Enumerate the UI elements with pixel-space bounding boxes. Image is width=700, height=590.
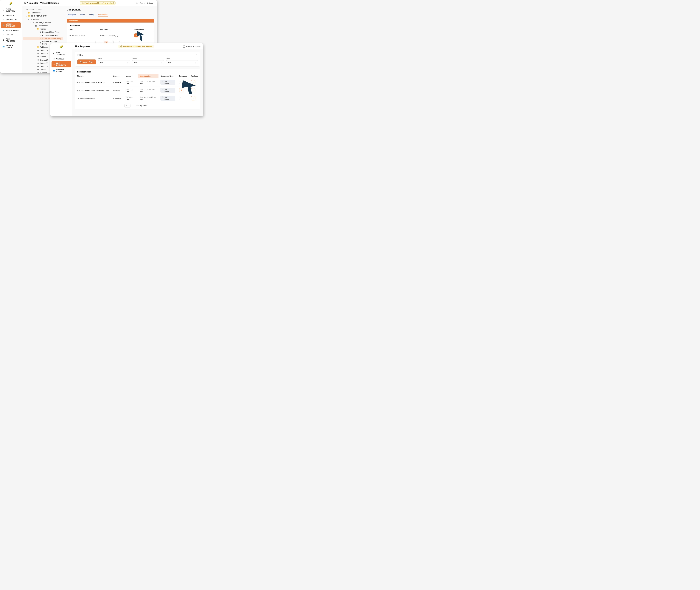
folder-icon: 📁 [37,46,39,48]
nav-fleet-overview[interactable]: ↖FLEET OVERVIEW [52,51,71,57]
cell-vessel: M/Y Sea Star [124,78,138,86]
folder-icon: 📁 [28,12,30,14]
cell-navigate: ↗ [189,94,200,102]
tree-toggle-icon[interactable]: › [34,46,36,48]
cell-download: ╱ [177,78,189,86]
apply-filter-button[interactable]: 🔍Apply Filter [77,60,96,64]
nav-vessel-database[interactable]: ⚓VESSEL DATABASE [1,22,21,28]
col-filename[interactable]: File Name↑↓ [98,28,132,32]
cell-vessel: MY Sea Star [124,94,138,102]
tree-toggle-icon[interactable]: ⌄ [28,18,29,20]
collapse-icon[interactable]: ⌃ [196,54,198,57]
tab-tasks[interactable]: Tasks [80,13,85,17]
cell-vessel: M/Y Sea Star [124,86,138,94]
page-title: MY Sea Star - Vessel Database [24,2,59,4]
nav-label: VESSEL DATABASE [6,23,19,27]
filter-state: State Any [98,58,130,64]
nav-history[interactable]: ↺HISTORY [1,33,21,37]
user-badge: Roman Hryhoriev [160,96,175,101]
gear-icon: ⚙ [39,34,41,36]
tree-row[interactable]: ⚙STB Chainlocker Pump [23,37,63,40]
nav-manage-users[interactable]: 👥MANAGE USERS [1,43,21,50]
tree-row[interactable]: ⌄⊞0010 Bilge System [23,21,63,24]
tree-toggle-icon[interactable]: ⌄ [25,15,27,17]
tree-row[interactable]: ›📁_Shipbuilder [23,11,63,14]
col-last-update[interactable]: Last Update↑ [138,74,159,78]
comp-icon: ▦ [35,25,37,27]
navigate-button[interactable]: ↗ [191,80,195,84]
navigate-button[interactable]: ↗ [191,88,195,92]
page-next[interactable]: › [149,105,151,107]
tree-row[interactable]: ⌄📁00 EXAMPLE DATA [23,14,63,18]
tree-toggle-icon[interactable]: › [25,12,27,14]
tree-row[interactable]: ⌄📁Pumps [23,27,63,30]
tree-row[interactable]: ⌄▦Components [23,24,63,27]
user-chip[interactable]: ○Roman Hryhoriev [137,2,154,4]
avatar-icon: ○ [183,45,185,48]
avatar-icon: ○ [137,2,139,4]
section-header: Documents [67,19,154,22]
wrench-icon: 🔧 [3,29,5,31]
nav-vessels[interactable]: ⛴VESSELS⌄ [1,13,21,18]
filter-user: User Any [166,58,198,64]
preview-badge: !Preview version! Not a final product! [118,45,154,48]
content-panel: Filter ⌃ 🔍Apply Filter State Any Vessel … [72,50,203,116]
nav-file-requests[interactable]: ⬇FILE REQUESTS [1,37,21,43]
col-requested-by[interactable]: Requested By↑↓ [159,74,177,78]
tree-toggle-icon[interactable]: ⌄ [34,28,36,30]
cell-download: ⬇ [177,86,189,94]
navigate-button[interactable]: ↗ [191,96,195,100]
tab-history[interactable]: History [88,13,95,17]
tab-documents[interactable]: Documents [98,13,108,17]
documents-table: Name↑↓ File Name↑↓ Request File cat with… [67,28,154,39]
tree-row[interactable]: ⌄⛴Vessel Database [23,8,63,11]
tree-icon: ⊞ [30,18,32,20]
col-state[interactable]: State↑↓ [111,74,124,78]
col-name[interactable]: Name↑↓ [67,28,98,32]
gear-icon: ⚙ [39,31,41,33]
tree-toggle-icon[interactable]: ⌄ [30,22,32,23]
cell-filename: catwithhumanears.jpg [75,94,111,102]
clock-icon: ↺ [3,34,5,36]
page-size-select[interactable]: 5 [124,104,130,107]
tree-row[interactable]: ⌄⊞Default [23,18,63,21]
gear-icon: ⚙ [37,59,39,61]
user-select[interactable]: Any [166,60,198,64]
ship-icon: ⛴ [3,15,5,16]
user-chip[interactable]: ○Roman Hryhoriev [183,45,200,48]
cell-navigate: ↗ [189,78,200,86]
tree-row[interactable]: ⚙PT Chainlocker Pump [23,34,63,37]
nav-vessels[interactable]: ⛴VESSELS⌄ [52,57,71,61]
download-button[interactable]: ⬇ [179,88,183,92]
col-vessel[interactable]: Vessel↑↓ [124,74,138,78]
nav-maintenance[interactable]: 🔧MAINTENANCE [1,28,21,32]
nav-manage-users[interactable]: 👥MANAGE USERS [52,68,71,74]
gear-icon: ⚙ [37,49,39,52]
nav-dashboard[interactable]: ⌂DASHBOARD [1,18,21,22]
nav-file-requests[interactable]: ⬇FILE REQUESTS [52,61,71,67]
page-prev[interactable]: ‹ [132,105,134,107]
gear-icon: ⚙ [39,37,41,39]
sort-icon: ↑↓ [109,29,110,31]
tree-label: Components [38,25,48,27]
tree-toggle-icon[interactable]: ⌄ [32,25,34,26]
tree-label: 0010 Bilge System [35,21,51,23]
col-filename[interactable]: Filename↑↓ [75,74,111,78]
request-file-button[interactable]: ↗ [134,33,138,37]
nav-label: DASHBOARD [6,19,17,21]
filter-card: Filter ⌃ 🔍Apply Filter State Any Vessel … [75,52,200,67]
tab-description[interactable]: Description [67,13,76,17]
gear-icon: ⚙ [37,53,39,55]
nav-fleet-overview[interactable]: ↖FLEET OVERVIEW [1,7,21,13]
cell-navigate: ↗ [189,86,200,94]
main-area: File Requests !Preview version! Not a fi… [72,43,203,116]
state-select[interactable]: Any [98,60,130,64]
tree-toggle-icon[interactable]: ⌄ [23,9,25,10]
tree-label: Compo02 [40,53,48,55]
tree-row[interactable]: ⚙Electrical Bilge Pump [23,30,63,34]
ship-icon: ⛴ [53,58,55,60]
filter-vessel: Vessel Any [132,58,164,64]
vessel-select[interactable]: Any [132,60,164,64]
tree-label: Vessel Database [29,9,42,11]
tree-label: STB Chainlocker Pump [42,37,61,39]
